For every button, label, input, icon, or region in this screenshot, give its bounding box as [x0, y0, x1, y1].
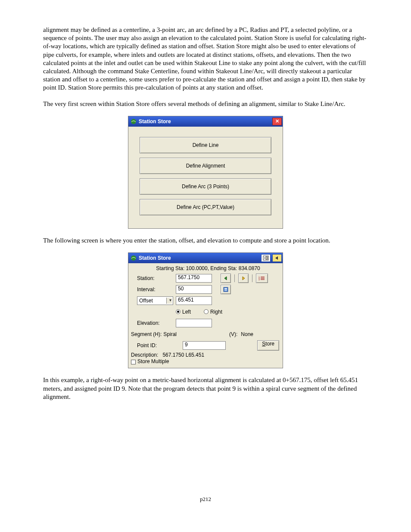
segment-v-label: (V): — [229, 331, 237, 337]
svg-text:3: 3 — [258, 278, 260, 281]
app-icon — [130, 118, 137, 125]
interval-settings-icon[interactable] — [221, 285, 231, 294]
offset-select[interactable]: Offset — [137, 296, 173, 305]
divider — [234, 274, 235, 282]
station-label: Station: — [137, 275, 173, 281]
dialog-client: Define Line Define Alignment Define Arc … — [128, 127, 283, 228]
point-id-label: Point ID: — [137, 342, 173, 348]
dialog-title-2: Station Store — [139, 255, 259, 261]
define-arc-3points-button[interactable]: Define Arc (3 Points) — [140, 178, 271, 195]
store-button[interactable]: Store — [257, 340, 279, 351]
prev-station-icon[interactable] — [221, 274, 231, 283]
description-label: Description: — [131, 352, 158, 358]
define-alignment-button[interactable]: Define Alignment — [140, 158, 271, 174]
paragraph-3: The following screen is where you enter … — [43, 236, 368, 245]
offset-left-radio[interactable]: Left — [176, 309, 191, 315]
segment-h-value: Spiral — [163, 331, 177, 337]
page-number: p212 — [43, 496, 368, 503]
station-input[interactable]: 567.1750 — [176, 274, 212, 283]
interval-label: Interval: — [137, 286, 173, 292]
dialog-compute: Station Store Starting Sta: 100.0000, En… — [128, 252, 283, 368]
segment-v-value: None — [241, 331, 253, 337]
titlebar: Station Store ✕ — [128, 116, 283, 127]
settings-icon[interactable] — [261, 254, 271, 262]
paragraph-4: In this example, a right-of-way point on… — [43, 376, 368, 401]
app-icon-2 — [130, 255, 137, 261]
interval-input[interactable]: 50 — [176, 285, 212, 294]
dialog-client-2: Starting Sta: 100.0000, Ending Sta: 834.… — [128, 263, 283, 368]
define-arc-pcpt-button[interactable]: Define Arc (PC,PT,Value) — [140, 199, 271, 215]
elevation-label: Elevation: — [137, 320, 173, 326]
paragraph-2: The very first screen within Station Sto… — [43, 100, 368, 108]
define-line-button[interactable]: Define Line — [140, 137, 271, 153]
paragraph-1: alignment may be defined as a centerline… — [43, 26, 368, 92]
station-list-icon[interactable]: 1 2 3 — [256, 274, 268, 283]
starting-ending-sta: Starting Sta: 100.0000, Ending Sta: 834.… — [156, 265, 260, 271]
store-multiple-checkbox[interactable]: Store Multiple — [131, 358, 169, 365]
description-value: 567.1750 L65.451 — [162, 352, 204, 358]
point-id-input[interactable]: 9 — [183, 341, 226, 350]
back-icon[interactable] — [272, 254, 282, 262]
svg-rect-13 — [224, 290, 227, 291]
offset-right-radio[interactable]: Right — [204, 309, 222, 315]
svg-rect-11 — [224, 288, 227, 289]
dialog-define: Station Store ✕ Define Line Define Align… — [128, 116, 283, 229]
elevation-input[interactable] — [176, 319, 212, 327]
titlebar-2: Station Store — [128, 253, 283, 263]
dialog-title: Station Store — [139, 118, 271, 124]
offset-input[interactable]: 65.451 — [176, 296, 212, 305]
svg-rect-3 — [266, 257, 268, 259]
next-station-icon[interactable] — [238, 274, 249, 283]
segment-h-label: Segment (H): — [131, 331, 162, 337]
divider — [252, 274, 252, 282]
close-icon[interactable]: ✕ — [272, 118, 282, 125]
svg-rect-12 — [224, 289, 227, 290]
